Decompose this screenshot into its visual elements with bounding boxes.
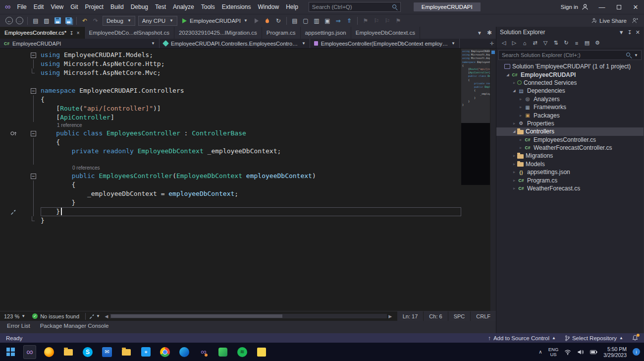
expander-icon[interactable]: ▹: [511, 81, 517, 85]
solution-platform-dropdown[interactable]: Any CPU▼: [138, 16, 177, 26]
search-input[interactable]: [312, 4, 389, 10]
hot-reload-icon[interactable]: [263, 16, 272, 26]
restart-icon[interactable]: ↻: [273, 16, 283, 26]
new-project-icon[interactable]: ▤: [31, 16, 41, 26]
line-ending-indicator[interactable]: CRLF: [471, 311, 496, 321]
expander-icon[interactable]: ▹: [518, 146, 524, 150]
outline-box[interactable]: −: [30, 129, 37, 138]
pin-icon[interactable]: ↧: [628, 29, 632, 36]
scrollbar-thumb[interactable]: [111, 314, 282, 318]
previous-bookmark-icon[interactable]: ⚐: [372, 16, 381, 26]
member-dropdown[interactable]: EmployeesController(EmployeeDbContext em…: [310, 39, 460, 48]
tab-employeescontroller-cs[interactable]: EmployeesController.cs*↧×: [0, 27, 85, 39]
menu-window[interactable]: Window: [254, 0, 282, 13]
minimize-button[interactable]: —: [593, 0, 610, 14]
collapse-all-icon[interactable]: ≡: [572, 39, 581, 48]
code-lens-references[interactable]: 0 references: [0, 165, 461, 172]
code-text[interactable]: private readonly EmployeeDbContext _empl…: [41, 147, 461, 156]
user-profile-icon[interactable]: [582, 3, 589, 10]
code-text[interactable]: {: [41, 180, 461, 189]
tab-appsettings-json[interactable]: appsettings.json: [301, 27, 351, 39]
open-file-icon[interactable]: ▧: [42, 16, 52, 26]
close-icon[interactable]: ✕: [636, 29, 640, 36]
expander-icon[interactable]: ◢: [511, 129, 517, 133]
code-editor[interactable]: −using EmployeeCRUDAPI.Models;using Micr…: [0, 49, 496, 311]
scroll-left-icon[interactable]: ◀: [103, 314, 110, 319]
taskbar-edge-icon[interactable]: [178, 345, 191, 359]
panel-tab-error-list[interactable]: Error List: [3, 323, 34, 329]
column-indicator[interactable]: Ch: 6: [424, 311, 447, 321]
collapse-box-icon[interactable]: −: [31, 88, 36, 94]
tab-2023032910425-imigration-cs[interactable]: 2023032910425...IMigration.cs: [174, 27, 262, 39]
menu-view[interactable]: View: [47, 0, 67, 13]
tree-item-program-cs[interactable]: ▹C#Program.cs: [496, 176, 644, 184]
navigate-forward-icon[interactable]: →: [16, 17, 23, 24]
document-health-indicator[interactable]: ✓ No issues found: [29, 313, 82, 319]
close-button[interactable]: ✕: [627, 0, 644, 14]
window-position-icon[interactable]: ▼: [619, 29, 624, 35]
taskbar-sticky-notes-icon[interactable]: [255, 345, 268, 359]
tree-item-properties[interactable]: ▹Properties: [496, 120, 644, 127]
expander-icon[interactable]: ◢: [511, 89, 517, 93]
taskbar-green-app-icon[interactable]: [216, 345, 229, 359]
taskbar-visual-studio-icon[interactable]: [23, 345, 36, 359]
code-area[interactable]: −using EmployeeCRUDAPI.Models;using Micr…: [0, 49, 461, 311]
menu-test[interactable]: Test: [152, 0, 169, 13]
sync-with-active-document-icon[interactable]: ⇅: [551, 39, 560, 48]
menu-help[interactable]: Help: [282, 0, 302, 13]
tree-item-employeescontroller-cs[interactable]: ▹C#EmployeesController.cs: [496, 136, 644, 144]
bookmark-icon[interactable]: ⚑: [361, 16, 371, 26]
refresh-icon[interactable]: ↻: [562, 39, 571, 48]
add-to-source-control-button[interactable]: ↑ Add to Source Control ▲: [488, 335, 556, 341]
quick-search-box[interactable]: [309, 2, 401, 12]
tree-item-weatherforecast-cs[interactable]: ▹C#WeatherForecast.cs: [496, 184, 644, 192]
save-all-icon[interactable]: [63, 16, 73, 26]
expander-icon[interactable]: ▹: [518, 105, 524, 109]
minimap[interactable]: using EmployeeCRUDAPI.Models;using Micro…: [461, 49, 490, 185]
code-text[interactable]: }: [41, 198, 461, 207]
notifications-bell-icon[interactable]: [632, 335, 638, 341]
find-in-files-icon[interactable]: ▤: [290, 16, 300, 26]
outline-box[interactable]: −: [30, 172, 37, 180]
language-indicator[interactable]: ENG US: [548, 347, 559, 357]
taskbar-skype-icon[interactable]: [81, 345, 94, 359]
select-repository-button[interactable]: Select Repository ▲: [565, 335, 623, 341]
build-icon[interactable]: ⇑: [344, 16, 354, 26]
battery-icon[interactable]: [590, 350, 597, 355]
solution-configuration-dropdown[interactable]: Debug▼: [103, 16, 135, 26]
code-text[interactable]: [41, 156, 461, 165]
line-indicator[interactable]: Ln: 17: [397, 311, 424, 321]
hidden-icons-chevron-icon[interactable]: ∧: [538, 349, 542, 355]
code-text[interactable]: [41, 77, 461, 86]
error-list-icon[interactable]: ▥: [312, 16, 322, 26]
menu-edit[interactable]: Edit: [30, 0, 48, 13]
tab-program-cs[interactable]: Program.cs: [262, 27, 301, 39]
project-dropdown[interactable]: C# EmployeeCRUDAPI ▼: [0, 39, 160, 48]
start-without-debugging-icon[interactable]: [252, 16, 262, 26]
code-text[interactable]: _employeeDbContext = employeeDbContext;: [41, 189, 461, 198]
menu-file[interactable]: File: [13, 0, 30, 13]
expander-icon[interactable]: ▹: [518, 114, 524, 118]
menu-analyze[interactable]: Analyze: [169, 0, 198, 13]
home-icon[interactable]: ⌂: [520, 39, 529, 48]
scrollbar-track[interactable]: [110, 314, 387, 318]
output-window-icon[interactable]: ▣: [322, 16, 332, 26]
menu-git[interactable]: Git: [67, 0, 81, 13]
code-text[interactable]: {: [41, 138, 461, 147]
tree-item-weatherforecastcontroller-cs[interactable]: ▹C#WeatherForecastController.cs: [496, 144, 644, 152]
expander-icon[interactable]: ▹: [511, 170, 517, 174]
tree-item-employeecrudapi[interactable]: ◢C#EmployeeCRUDAPI: [496, 70, 644, 78]
outline-box[interactable]: −: [30, 86, 37, 95]
taskbar-firefox-icon[interactable]: [43, 345, 55, 359]
split-window-icon[interactable]: ✛: [490, 41, 494, 46]
panel-tab-package-manager-console[interactable]: Package Manager Console: [36, 323, 113, 329]
code-text[interactable]: public class EmployeesController : Contr…: [41, 129, 461, 138]
next-bookmark-icon[interactable]: ⚐: [382, 16, 392, 26]
expander-icon[interactable]: ▹: [511, 154, 517, 158]
collapse-box-icon[interactable]: −: [31, 174, 36, 179]
tab-employeedbco-elsnapshot-cs[interactable]: EmployeeDbCo...elSnapshot.cs: [85, 27, 174, 39]
expander-icon[interactable]: ▹: [511, 162, 517, 166]
code-text[interactable]: using Microsoft.AspNetCore.Http;: [41, 60, 461, 68]
taskbar-file-explorer-icon[interactable]: [62, 345, 75, 359]
code-text[interactable]: }: [41, 216, 461, 225]
